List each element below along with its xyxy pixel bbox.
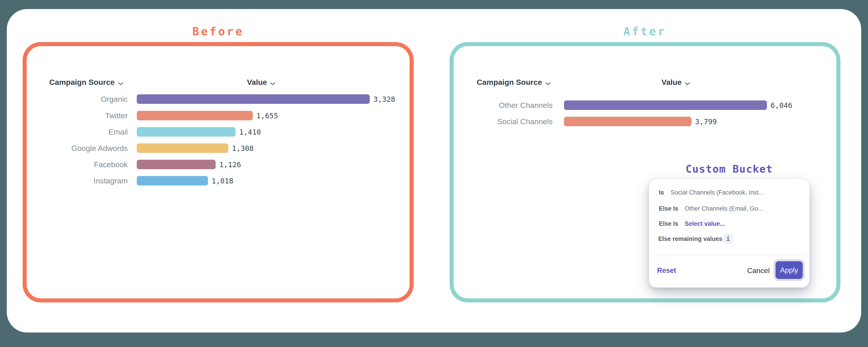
bucket-condition-row: Is Social Channels (Facebook, Inst... [649, 188, 809, 197]
value-bar [137, 176, 208, 185]
condition-keyword: Is [659, 188, 664, 197]
apply-button[interactable]: Apply [776, 261, 803, 279]
bucket-condition-row: Else Is Other Channels (Email, Go... [649, 204, 809, 213]
value-bar [137, 111, 253, 120]
row-label: Twitter [23, 111, 128, 120]
row-value: 1,308 [232, 143, 254, 153]
condition-keyword: Else Is [659, 219, 678, 228]
row-label: Organic [23, 94, 128, 104]
column-header-value[interactable]: Value [247, 77, 275, 87]
value-bar [564, 100, 767, 110]
column-header-label: Value [662, 78, 682, 87]
info-icon[interactable]: i [723, 234, 733, 244]
table-row: Organic3,328 [23, 94, 414, 104]
select-value-link[interactable]: Select value... [685, 219, 725, 228]
row-value: 1,126 [219, 160, 241, 169]
table-row: Other Channels6,046 [450, 100, 840, 110]
column-header-label: Value [247, 78, 267, 87]
table-row: Instagram1,018 [23, 176, 414, 185]
table-row: Social Channels3,799 [450, 117, 840, 126]
reset-button[interactable]: Reset [657, 266, 676, 275]
condition-value-field[interactable]: Social Channels (Facebook, Inst... [671, 188, 764, 197]
table-row: Facebook1,126 [23, 160, 414, 169]
before-title: Before [150, 24, 286, 38]
dialog-divider [653, 255, 806, 255]
row-label: Email [23, 127, 128, 137]
condition-keyword: Else remaining values [658, 234, 722, 243]
bucket-condition-row: Else Is Select value... [649, 219, 809, 228]
row-label: Google Adwords [23, 143, 128, 153]
value-bar [564, 117, 691, 126]
value-bar [137, 127, 236, 137]
column-header-label: Campaign Source [477, 78, 542, 87]
bucket-condition-row: Else remaining values i [649, 234, 809, 243]
row-value: 1,018 [212, 176, 233, 185]
chevron-down-icon [118, 78, 123, 87]
table-row: Email1,410 [23, 127, 414, 137]
column-header-label: Campaign Source [49, 78, 115, 87]
row-label: Other Channels [450, 100, 553, 110]
column-header-value[interactable]: Value [662, 77, 690, 87]
row-value: 1,410 [239, 127, 261, 137]
chevron-down-icon [270, 78, 275, 87]
before-panel: Campaign Source Value Organic3,328Twitte… [23, 42, 414, 302]
row-label: Instagram [23, 176, 128, 185]
after-title: After [577, 24, 713, 38]
column-header-campaign-source[interactable]: Campaign Source [477, 77, 551, 87]
row-value: 3,799 [695, 117, 717, 126]
condition-keyword: Else Is [659, 204, 678, 213]
table-row: Google Adwords1,308 [23, 143, 414, 153]
chevron-down-icon [546, 78, 551, 87]
cancel-button[interactable]: Cancel [747, 266, 770, 275]
row-label: Social Channels [450, 117, 553, 126]
value-bar [137, 94, 370, 104]
custom-bucket-title: Custom Bucket [661, 163, 797, 176]
value-bar [137, 160, 216, 169]
condition-value-field[interactable]: Other Channels (Email, Go... [685, 204, 763, 213]
table-row: Twitter1,655 [23, 111, 414, 120]
row-value: 1,655 [256, 111, 278, 120]
custom-bucket-dialog: Is Social Channels (Facebook, Inst... El… [649, 179, 809, 288]
row-label: Facebook [23, 160, 128, 169]
chevron-down-icon [685, 78, 690, 87]
value-bar [137, 143, 228, 153]
column-header-campaign-source[interactable]: Campaign Source [49, 77, 123, 87]
row-value: 3,328 [373, 94, 395, 104]
row-value: 6,046 [771, 100, 792, 110]
